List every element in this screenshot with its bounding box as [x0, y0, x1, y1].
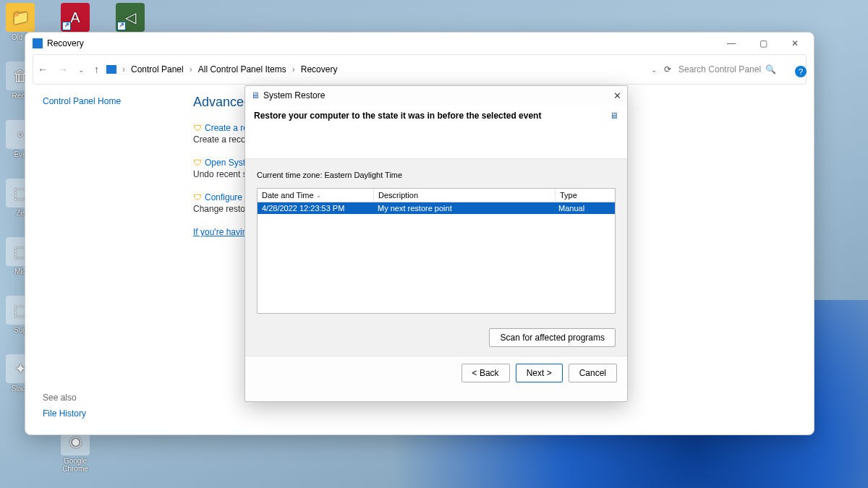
window-icon — [33, 38, 43, 48]
shortcut-arrow-icon: ↗ — [62, 22, 71, 30]
scan-affected-button[interactable]: Scan for affected programs — [489, 328, 616, 347]
col-description[interactable]: Description — [374, 189, 556, 202]
sort-chevron-icon: ⌄ — [316, 192, 321, 199]
navbar: ← → ⌄ ↑ › Control Panel › All Control Pa… — [33, 54, 807, 85]
next-button[interactable]: Next > — [516, 364, 563, 382]
search-placeholder: Search Control Panel — [678, 64, 761, 74]
sidebar-file-history-link[interactable]: File History — [43, 408, 173, 419]
shield-icon: 🛡 — [193, 192, 202, 202]
desktop: 📁Old F 🗑Recy ∘Eve ⬚Ze ⬚Mic ⬚Sug ✦Slack A… — [0, 0, 868, 488]
col-date-time[interactable]: Date and Time⌄ — [258, 189, 374, 202]
titlebar: Recovery — ▢ ✕ — [25, 33, 814, 54]
help-icon[interactable]: ? — [795, 66, 807, 77]
chevron-right-icon: › — [122, 64, 125, 74]
breadcrumb-2[interactable]: All Control Panel Items — [198, 64, 286, 74]
see-also-heading: See also — [43, 393, 173, 403]
breadcrumb-3[interactable]: Recovery — [301, 64, 338, 74]
refresh-icon[interactable]: ⟳ — [664, 64, 671, 74]
close-button[interactable]: ✕ — [779, 33, 811, 53]
sidebar-home-link[interactable]: Control Panel Home — [43, 96, 173, 106]
cancel-button[interactable]: Cancel — [569, 364, 617, 382]
dialog-title: System Restore — [263, 90, 325, 100]
restore-points-grid[interactable]: Date and Time⌄ Description Type 4/28/202… — [257, 188, 616, 314]
desktop-top-row: A↗ ◁↗ — [58, 3, 148, 33]
system-restore-dialog: 🖥 System Restore ✕ Restore your computer… — [244, 85, 628, 402]
maximize-button[interactable]: ▢ — [747, 33, 779, 53]
restore-point-row[interactable]: 4/28/2022 12:23:53 PM My next restore po… — [258, 202, 615, 214]
up-arrow-icon[interactable]: ↑ — [94, 64, 99, 75]
col-type[interactable]: Type — [556, 189, 615, 202]
location-icon — [106, 65, 116, 74]
cell-datetime: 4/28/2022 12:23:53 PM — [258, 204, 373, 213]
dialog-header-text: Restore your computer to the state it wa… — [254, 111, 541, 121]
dialog-footer: < Back Next > Cancel — [245, 356, 627, 390]
search-input[interactable]: Search Control Panel 🔍 — [678, 59, 801, 80]
chevron-right-icon: › — [190, 64, 192, 74]
address-bar[interactable]: › Control Panel › All Control Panel Item… — [106, 55, 644, 84]
address-chevron-icon[interactable]: ⌄ — [651, 66, 657, 74]
window-title: Recovery — [47, 38, 84, 48]
dialog-titlebar: 🖥 System Restore ✕ — [245, 86, 627, 105]
back-arrow-icon[interactable]: ← — [38, 64, 48, 75]
desktop-icon-adobe[interactable]: A↗ — [58, 3, 93, 33]
timezone-label: Current time zone: Eastern Daylight Time — [257, 171, 616, 179]
restore-icon: 🖥 — [251, 90, 260, 100]
shield-icon: 🛡 — [193, 158, 202, 168]
grid-header: Date and Time⌄ Description Type — [258, 189, 615, 202]
chevron-right-icon: › — [292, 64, 295, 74]
forward-arrow-icon[interactable]: → — [58, 64, 68, 75]
desktop-icon-green[interactable]: ◁↗ — [113, 3, 148, 33]
dialog-close-button[interactable]: ✕ — [613, 90, 621, 101]
breadcrumb-1[interactable]: Control Panel — [131, 64, 184, 74]
shortcut-arrow-icon: ↗ — [117, 22, 126, 30]
shield-icon: 🛡 — [193, 123, 202, 133]
minimize-button[interactable]: — — [715, 33, 747, 53]
back-button[interactable]: < Back — [461, 364, 510, 382]
cell-type: Manual — [554, 204, 615, 213]
dialog-header: Restore your computer to the state it wa… — [245, 105, 627, 159]
search-icon: 🔍 — [765, 64, 776, 74]
history-chevron-icon[interactable]: ⌄ — [78, 66, 84, 74]
sidebar: Control Panel Home See also File History — [25, 85, 179, 429]
restore-art-icon: 🖥 — [610, 111, 618, 121]
cell-description: My next restore point — [373, 204, 554, 213]
